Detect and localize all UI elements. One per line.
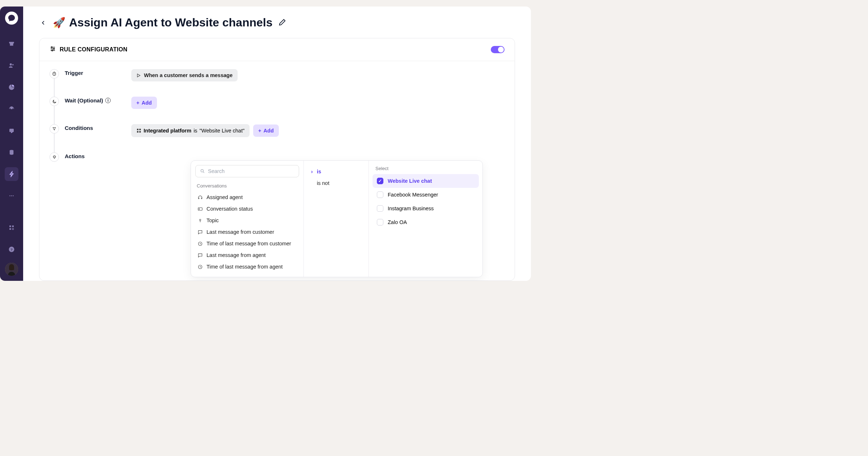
attr-assigned-agent[interactable]: Assigned agent — [195, 191, 299, 203]
svg-point-24 — [201, 169, 203, 172]
trigger-pill-text: When a customer sends a message — [144, 72, 233, 78]
attribute-search-input[interactable]: Search — [195, 165, 299, 177]
step-trigger: Trigger When a customer sends a message — [50, 69, 505, 81]
rule-enabled-toggle[interactable] — [491, 46, 505, 53]
option-facebook-messenger[interactable]: Facebook Messenger — [373, 188, 479, 202]
svg-point-0 — [10, 63, 12, 66]
condition-dropdown: Search Conversations Assigned agent Conv… — [191, 160, 483, 277]
condition-pill[interactable]: Integrated platform is "Website Live cha… — [131, 124, 250, 137]
svg-rect-22 — [139, 131, 141, 132]
actions-label: Actions — [65, 152, 125, 159]
step-conditions: Conditions Integrated platform is "Websi… — [50, 124, 505, 137]
option-zalo-oa[interactable]: Zalo OA — [373, 215, 479, 229]
edit-title-button[interactable] — [278, 16, 286, 29]
svg-point-6 — [11, 195, 12, 197]
operator-is-not[interactable]: ›is not — [305, 177, 367, 189]
info-icon[interactable]: i — [105, 98, 111, 103]
checkbox-icon — [377, 219, 383, 225]
svg-rect-19 — [137, 129, 139, 130]
sliders-icon — [50, 46, 56, 54]
sidebar-item-support[interactable] — [5, 102, 18, 116]
attr-time-last-msg-agent[interactable]: Time of last message from agent — [195, 261, 299, 273]
conditions-label: Conditions — [65, 124, 125, 131]
bulb-icon — [50, 152, 59, 162]
svg-point-15 — [51, 47, 52, 48]
svg-rect-10 — [9, 228, 11, 230]
sidebar-item-campaigns[interactable] — [5, 124, 18, 138]
attr-time-last-msg-customer[interactable]: Time of last message from customer — [195, 238, 299, 249]
moon-icon — [50, 97, 59, 106]
page-title-text: Assign AI Agent to Website channels — [69, 16, 272, 29]
attr-conversation-status[interactable]: Conversation status — [195, 203, 299, 215]
condition-add-button[interactable]: +Add — [253, 124, 279, 137]
category-label: Conversations — [195, 181, 299, 191]
svg-point-5 — [9, 195, 10, 197]
checkbox-icon — [377, 205, 383, 212]
trigger-pill[interactable]: When a customer sends a message — [131, 69, 238, 81]
svg-point-1 — [12, 64, 14, 66]
step-wait: Wait (Optional) i +Add — [50, 97, 505, 109]
clock-icon — [50, 69, 59, 79]
option-instagram-business[interactable]: Instagram Business — [373, 202, 479, 215]
checkbox-icon — [377, 178, 383, 184]
wait-add-button[interactable]: +Add — [131, 97, 157, 109]
sidebar-item-apps[interactable] — [5, 221, 18, 235]
svg-rect-3 — [9, 129, 14, 132]
sidebar-item-automations[interactable] — [5, 167, 18, 181]
rule-card-header: RULE CONFIGURATION — [39, 38, 515, 61]
svg-rect-20 — [139, 129, 141, 130]
operator-column: ›is ›is not — [304, 161, 369, 277]
svg-point-26 — [199, 208, 200, 209]
app-logo[interactable] — [5, 12, 18, 25]
sidebar-item-reports[interactable] — [5, 80, 18, 94]
sidebar-item-more[interactable] — [5, 189, 18, 203]
main-content: 🚀 Assign AI Agent to Website channels RU… — [23, 7, 531, 281]
sidebar-item-data[interactable] — [5, 145, 18, 159]
svg-point-27 — [200, 219, 201, 220]
search-placeholder: Search — [208, 168, 225, 174]
page-title: 🚀 Assign AI Agent to Website channels — [53, 16, 286, 29]
attr-last-msg-agent[interactable]: Last message from agent — [195, 249, 299, 261]
condition-operator: is — [193, 128, 197, 134]
attribute-column: Search Conversations Assigned agent Conv… — [191, 161, 304, 277]
sidebar-item-inbox[interactable] — [5, 37, 18, 51]
sidebar-item-help[interactable]: ? — [5, 242, 18, 256]
sidebar-item-contacts[interactable] — [5, 59, 18, 72]
rule-timeline: Trigger When a customer sends a message — [39, 61, 515, 176]
svg-rect-21 — [137, 131, 139, 132]
attr-topic[interactable]: Topic — [195, 215, 299, 226]
rocket-icon: 🚀 — [53, 17, 65, 29]
page-header: 🚀 Assign AI Agent to Website channels — [39, 16, 515, 29]
checkbox-icon — [377, 191, 383, 198]
rule-card: RULE CONFIGURATION Trigger — [39, 38, 515, 281]
svg-point-7 — [13, 195, 14, 197]
svg-point-23 — [53, 156, 55, 157]
sidebar: ? — [0, 7, 23, 281]
condition-value: "Website Live chat" — [200, 128, 244, 134]
wait-label: Wait (Optional) i — [65, 97, 125, 104]
svg-point-17 — [52, 50, 53, 51]
back-button[interactable] — [39, 18, 48, 27]
rule-config-label: RULE CONFIGURATION — [60, 46, 127, 53]
condition-field: Integrated platform — [144, 128, 191, 134]
operator-is[interactable]: ›is — [305, 166, 367, 177]
svg-rect-8 — [9, 225, 11, 227]
user-avatar[interactable] — [5, 263, 18, 276]
select-label: Select — [373, 166, 479, 174]
option-website-live-chat[interactable]: Website Live chat — [373, 174, 479, 188]
svg-point-16 — [54, 48, 55, 50]
svg-text:?: ? — [10, 248, 13, 252]
value-column: Select Website Live chat Facebook Messen… — [369, 161, 482, 277]
svg-rect-9 — [12, 225, 14, 227]
filter-icon — [50, 124, 59, 134]
trigger-label: Trigger — [65, 69, 125, 76]
attr-last-msg-customer[interactable]: Last message from customer — [195, 226, 299, 238]
